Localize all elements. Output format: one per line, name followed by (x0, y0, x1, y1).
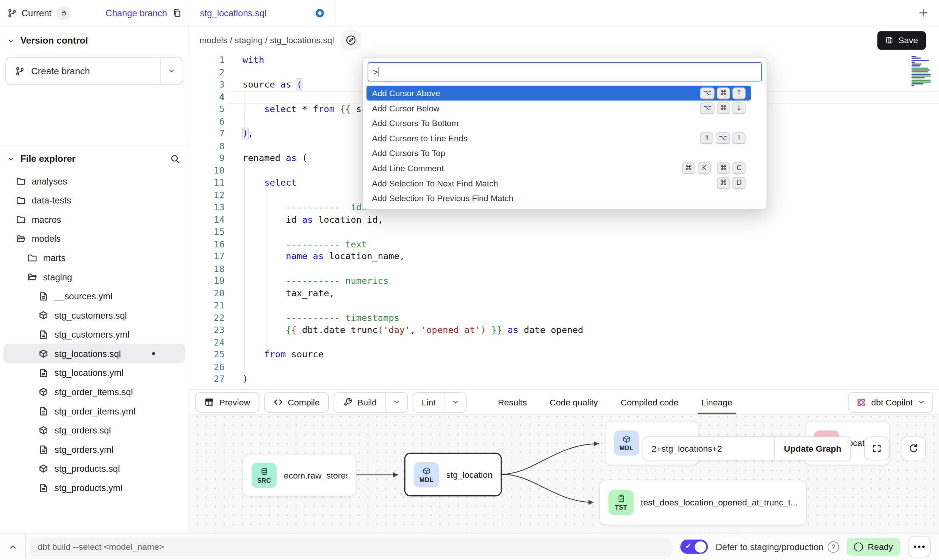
expand-console-button[interactable] (0, 533, 25, 560)
lint-button[interactable]: Lint (413, 392, 467, 412)
badge-label: SRC (257, 476, 271, 483)
file-label: stg_locations.yml (55, 368, 124, 378)
navigate-badge[interactable] (341, 30, 361, 50)
line-number: 17 (189, 250, 224, 263)
create-branch-button[interactable]: Create branch (5, 57, 183, 85)
refresh-graph-button[interactable] (901, 436, 926, 460)
lineage-node-src[interactable]: SRCecom.raw_stores (243, 454, 356, 496)
key-badge: ⌥ (716, 132, 730, 144)
defer-toggle[interactable]: ✓ (680, 540, 708, 554)
line-number: 16 (189, 238, 224, 250)
file-tree-item-stg-customers-sql[interactable]: stg_customers.sql (3, 305, 185, 325)
command-palette-input[interactable]: > (368, 62, 762, 81)
command-item-add-cursor-above[interactable]: Add Cursor Above⌥⌘↑ (366, 86, 751, 101)
text-cursor (379, 67, 379, 77)
file-tree-item-analyses[interactable]: analyses (3, 171, 185, 191)
command-input[interactable]: dbt build --select <model_name> (30, 537, 672, 556)
line-number: 23 (189, 324, 224, 336)
file-tree-item-stg-order-items-yml[interactable]: stg_order_items.yml (3, 401, 185, 421)
file-label: analyses (32, 176, 67, 186)
command-item-add-cursors-to-line-ends[interactable]: Add Cursors to Line Ends⇧⌥I (366, 131, 751, 146)
file-tree-item-stg-orders-sql[interactable]: stg_orders.sql (3, 420, 185, 440)
more-options-button[interactable] (908, 536, 931, 557)
code-line: ---------- numerics (243, 275, 583, 287)
clipboard-icon (617, 494, 626, 503)
create-branch-main[interactable]: Create branch (6, 58, 160, 84)
create-branch-dropdown[interactable] (161, 58, 183, 84)
tab-lineage[interactable]: Lineage (701, 390, 732, 415)
tab-code-quality[interactable]: Code quality (549, 390, 598, 415)
file-tree-item-stg-orders-yml[interactable]: stg_orders.yml (3, 440, 185, 459)
line-number: 26 (189, 361, 224, 373)
lineage-node-mdl[interactable]: MDLstg_locations (404, 453, 502, 496)
file-tree-item-models[interactable]: models (3, 229, 185, 248)
version-control-header[interactable]: Version control (0, 27, 189, 51)
lineage-node-tst[interactable]: TSTtest_does_location_opened_at_trunc_t.… (599, 480, 807, 525)
command-item-add-cursors-to-bottom[interactable]: Add Cursors To Bottom (366, 116, 751, 131)
db-icon (260, 467, 269, 476)
key-badge: ↓ (732, 102, 746, 114)
copy-icon[interactable] (172, 8, 182, 17)
line-number: 21 (189, 299, 224, 311)
create-branch-label: Create branch (31, 66, 90, 76)
key-badge: ⌘ (682, 162, 695, 174)
file-label: __sources.yml (55, 291, 113, 301)
lineage-selector-input[interactable]: 2+stg_locations+2 (643, 437, 774, 460)
command-label: Add Cursors To Top (372, 148, 445, 158)
search-icon[interactable] (170, 153, 180, 164)
file-tree-item-macros[interactable]: macros (3, 210, 185, 229)
compile-button[interactable]: Compile (264, 392, 329, 412)
file-tree-item-stg-customers-yml[interactable]: stg_customers.yml (3, 325, 185, 344)
file-tree-item-stg-locations-yml[interactable]: stg_locations.yml (3, 363, 185, 382)
modified-dot (152, 352, 155, 355)
file-tree-item-stg-products-sql[interactable]: stg_products.sql (3, 459, 185, 478)
minimap-line (911, 72, 928, 73)
file-tree-item-marts[interactable]: marts (3, 248, 185, 267)
file-tree-item-staging[interactable]: staging (3, 267, 185, 286)
file-explorer-header[interactable]: File explorer (0, 145, 189, 169)
command-item-add-cursors-to-top[interactable]: Add Cursors To Top (366, 145, 751, 161)
dbt-copilot-button[interactable]: dbt Copilot (848, 392, 933, 412)
file-tree-item-data-tests[interactable]: data-tests (3, 191, 185, 210)
new-tab-button[interactable] (918, 0, 939, 26)
file-tree-item-stg-products-yml[interactable]: stg_products.yml (3, 478, 185, 497)
minimap[interactable] (911, 56, 933, 87)
command-label: Add Selection To Next Find Match (372, 178, 498, 188)
help-icon[interactable]: ? (828, 541, 839, 552)
cube-icon (622, 435, 631, 444)
fullscreen-button[interactable] (864, 436, 889, 460)
command-item-add-selection-to-previous-find-match[interactable]: Add Selection To Previous Find Match (366, 191, 751, 206)
lint-dropdown[interactable] (444, 393, 466, 412)
status-badge[interactable]: Ready (847, 538, 900, 555)
dbt-copilot-label: dbt Copilot (871, 397, 913, 407)
file-tree: analysesdata-testsmacrosmodelsmartsstagi… (0, 169, 189, 497)
file-tree-item--sources-yml[interactable]: __sources.yml (3, 286, 185, 305)
line-number: 27 (189, 373, 224, 385)
line-number: 1 (189, 54, 224, 66)
key-badge: ⌥ (700, 102, 715, 114)
folder-icon (16, 195, 26, 205)
file-tree-item-stg-order-items-sql[interactable]: stg_order_items.sql (3, 382, 185, 401)
model-icon (38, 348, 49, 358)
file-icon (38, 406, 49, 416)
command-item-add-selection-to-next-find-match[interactable]: Add Selection To Next Find Match⌘D (366, 175, 751, 191)
build-dropdown[interactable] (386, 393, 407, 412)
change-branch-link[interactable]: Change branch (106, 8, 167, 18)
command-item-add-cursor-below[interactable]: Add Cursor Below⌥⌘↓ (366, 101, 751, 116)
defer-label: Defer to staging/production (716, 541, 824, 552)
tab-compiled-code[interactable]: Compiled code (621, 390, 679, 415)
file-icon (38, 291, 49, 301)
plus-icon (918, 8, 928, 18)
preview-button[interactable]: Preview (195, 392, 259, 412)
tab-stg-locations-sql[interactable]: stg_locations.sql (189, 0, 335, 26)
node-label: test_does_location_opened_at_trunc_t... (641, 497, 798, 507)
save-button[interactable]: Save (877, 31, 926, 49)
build-button[interactable]: Build (333, 392, 408, 412)
code-line: from source (243, 349, 583, 361)
lineage-canvas[interactable]: SRCecom.raw_storesMDLstg_locationsMDLloc… (189, 415, 939, 533)
tab-results[interactable]: Results (498, 390, 527, 415)
command-item-add-line-comment[interactable]: Add Line Comment⌘K⌘C (366, 161, 751, 176)
file-tree-item-stg-locations-sql[interactable]: stg_locations.sql (3, 344, 185, 363)
file-label: stg_customers.sql (55, 310, 127, 320)
update-graph-button[interactable]: Update Graph (775, 437, 850, 460)
